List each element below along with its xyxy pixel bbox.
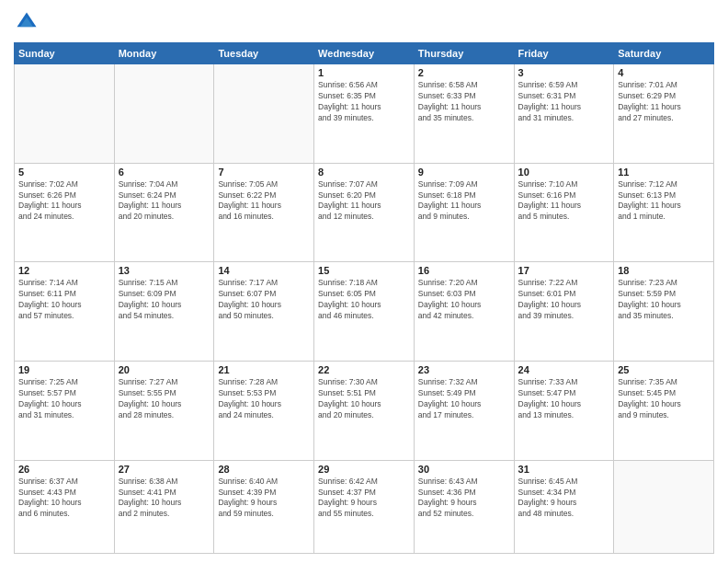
calendar-cell (15, 64, 115, 164)
calendar-cell: 5Sunrise: 7:02 AM Sunset: 6:26 PM Daylig… (15, 163, 115, 262)
day-info: Sunrise: 7:33 AM Sunset: 5:47 PM Dayligh… (518, 377, 610, 421)
day-number: 30 (418, 464, 510, 475)
day-info: Sunrise: 7:02 AM Sunset: 6:26 PM Dayligh… (18, 179, 110, 224)
day-info: Sunrise: 6:45 AM Sunset: 4:34 PM Dayligh… (518, 477, 610, 521)
day-number: 31 (518, 464, 610, 475)
calendar-cell: 9Sunrise: 7:09 AM Sunset: 6:18 PM Daylig… (414, 163, 514, 262)
calendar-cell: 12Sunrise: 7:14 AM Sunset: 6:11 PM Dayli… (15, 262, 115, 362)
day-number: 6 (119, 167, 210, 178)
calendar-cell: 3Sunrise: 6:59 AM Sunset: 6:31 PM Daylig… (514, 64, 614, 164)
day-info: Sunrise: 7:35 AM Sunset: 5:45 PM Dayligh… (618, 377, 710, 421)
day-number: 20 (119, 364, 210, 375)
day-number: 4 (618, 67, 710, 78)
day-info: Sunrise: 7:01 AM Sunset: 6:29 PM Dayligh… (618, 80, 710, 124)
calendar-week-1: 1Sunrise: 6:56 AM Sunset: 6:35 PM Daylig… (15, 64, 714, 164)
day-number: 29 (318, 464, 410, 475)
calendar-cell: 22Sunrise: 7:30 AM Sunset: 5:51 PM Dayli… (314, 361, 415, 460)
day-info: Sunrise: 7:22 AM Sunset: 6:01 PM Dayligh… (518, 278, 610, 322)
weekday-header-saturday: Saturday (614, 43, 714, 64)
calendar-cell: 7Sunrise: 7:05 AM Sunset: 6:22 PM Daylig… (214, 163, 314, 262)
day-info: Sunrise: 7:27 AM Sunset: 5:55 PM Dayligh… (119, 377, 210, 421)
day-number: 21 (218, 364, 310, 375)
weekday-header-tuesday: Tuesday (214, 43, 314, 64)
calendar-cell: 20Sunrise: 7:27 AM Sunset: 5:55 PM Dayli… (114, 361, 214, 460)
calendar-week-5: 26Sunrise: 6:37 AM Sunset: 4:43 PM Dayli… (15, 460, 714, 553)
day-info: Sunrise: 7:14 AM Sunset: 6:11 PM Dayligh… (18, 278, 110, 322)
day-info: Sunrise: 6:37 AM Sunset: 4:43 PM Dayligh… (18, 477, 110, 521)
day-info: Sunrise: 7:09 AM Sunset: 6:18 PM Dayligh… (418, 179, 510, 224)
day-info: Sunrise: 7:10 AM Sunset: 6:16 PM Dayligh… (518, 179, 610, 224)
calendar-cell: 18Sunrise: 7:23 AM Sunset: 5:59 PM Dayli… (614, 262, 714, 362)
day-number: 13 (119, 265, 210, 276)
day-info: Sunrise: 6:43 AM Sunset: 4:36 PM Dayligh… (418, 477, 510, 521)
calendar-cell: 25Sunrise: 7:35 AM Sunset: 5:45 PM Dayli… (614, 361, 714, 460)
day-number: 3 (518, 67, 610, 78)
day-number: 9 (418, 167, 510, 178)
day-info: Sunrise: 7:15 AM Sunset: 6:09 PM Dayligh… (119, 278, 210, 322)
calendar-cell: 27Sunrise: 6:38 AM Sunset: 4:41 PM Dayli… (114, 460, 214, 553)
calendar-cell: 14Sunrise: 7:17 AM Sunset: 6:07 PM Dayli… (214, 262, 314, 362)
weekday-header-wednesday: Wednesday (314, 43, 415, 64)
day-number: 1 (318, 67, 410, 78)
weekday-header-sunday: Sunday (15, 43, 115, 64)
day-number: 11 (618, 167, 710, 178)
calendar-week-4: 19Sunrise: 7:25 AM Sunset: 5:57 PM Dayli… (15, 361, 714, 460)
day-number: 14 (218, 265, 310, 276)
calendar-cell: 29Sunrise: 6:42 AM Sunset: 4:37 PM Dayli… (314, 460, 415, 553)
weekday-header-thursday: Thursday (414, 43, 514, 64)
calendar-week-3: 12Sunrise: 7:14 AM Sunset: 6:11 PM Dayli… (15, 262, 714, 362)
calendar-table: SundayMondayTuesdayWednesdayThursdayFrid… (14, 42, 714, 554)
day-number: 18 (618, 265, 710, 276)
day-info: Sunrise: 7:28 AM Sunset: 5:53 PM Dayligh… (218, 377, 310, 421)
calendar-cell (214, 64, 314, 164)
day-number: 2 (418, 67, 510, 78)
calendar-cell: 10Sunrise: 7:10 AM Sunset: 6:16 PM Dayli… (514, 163, 614, 262)
day-number: 17 (518, 265, 610, 276)
calendar-cell: 26Sunrise: 6:37 AM Sunset: 4:43 PM Dayli… (15, 460, 115, 553)
day-number: 23 (418, 364, 510, 375)
calendar-cell (614, 460, 714, 553)
day-number: 15 (318, 265, 410, 276)
day-info: Sunrise: 7:32 AM Sunset: 5:49 PM Dayligh… (418, 377, 510, 421)
calendar-cell: 11Sunrise: 7:12 AM Sunset: 6:13 PM Dayli… (614, 163, 714, 262)
day-info: Sunrise: 7:12 AM Sunset: 6:13 PM Dayligh… (618, 179, 710, 224)
day-number: 16 (418, 265, 510, 276)
calendar-week-2: 5Sunrise: 7:02 AM Sunset: 6:26 PM Daylig… (15, 163, 714, 262)
day-number: 19 (18, 364, 110, 375)
day-info: Sunrise: 6:38 AM Sunset: 4:41 PM Dayligh… (119, 477, 210, 521)
day-number: 27 (119, 464, 210, 475)
day-info: Sunrise: 7:07 AM Sunset: 6:20 PM Dayligh… (318, 179, 410, 224)
day-number: 22 (318, 364, 410, 375)
day-number: 8 (318, 167, 410, 178)
day-info: Sunrise: 7:17 AM Sunset: 6:07 PM Dayligh… (218, 278, 310, 322)
day-info: Sunrise: 7:20 AM Sunset: 6:03 PM Dayligh… (418, 278, 510, 322)
calendar-cell (114, 64, 214, 164)
day-number: 10 (518, 167, 610, 178)
logo-icon (14, 9, 40, 35)
page: SundayMondayTuesdayWednesdayThursdayFrid… (0, 0, 728, 563)
day-info: Sunrise: 7:05 AM Sunset: 6:22 PM Dayligh… (218, 179, 310, 224)
calendar-cell: 1Sunrise: 6:56 AM Sunset: 6:35 PM Daylig… (314, 64, 415, 164)
day-number: 28 (218, 464, 310, 475)
day-info: Sunrise: 7:25 AM Sunset: 5:57 PM Dayligh… (18, 377, 110, 421)
day-number: 25 (618, 364, 710, 375)
calendar-cell: 6Sunrise: 7:04 AM Sunset: 6:24 PM Daylig… (114, 163, 214, 262)
day-info: Sunrise: 7:18 AM Sunset: 6:05 PM Dayligh… (318, 278, 410, 322)
day-number: 26 (18, 464, 110, 475)
calendar-cell: 16Sunrise: 7:20 AM Sunset: 6:03 PM Dayli… (414, 262, 514, 362)
calendar-cell: 4Sunrise: 7:01 AM Sunset: 6:29 PM Daylig… (614, 64, 714, 164)
calendar-cell: 8Sunrise: 7:07 AM Sunset: 6:20 PM Daylig… (314, 163, 415, 262)
day-number: 7 (218, 167, 310, 178)
day-number: 24 (518, 364, 610, 375)
calendar-cell: 13Sunrise: 7:15 AM Sunset: 6:09 PM Dayli… (114, 262, 214, 362)
calendar-cell: 15Sunrise: 7:18 AM Sunset: 6:05 PM Dayli… (314, 262, 415, 362)
calendar-cell: 31Sunrise: 6:45 AM Sunset: 4:34 PM Dayli… (514, 460, 614, 553)
calendar-cell: 17Sunrise: 7:22 AM Sunset: 6:01 PM Dayli… (514, 262, 614, 362)
day-info: Sunrise: 7:23 AM Sunset: 5:59 PM Dayligh… (618, 278, 710, 322)
calendar-cell: 28Sunrise: 6:40 AM Sunset: 4:39 PM Dayli… (214, 460, 314, 553)
day-number: 12 (18, 265, 110, 276)
weekday-header-friday: Friday (514, 43, 614, 64)
weekday-header-monday: Monday (114, 43, 214, 64)
calendar-cell: 24Sunrise: 7:33 AM Sunset: 5:47 PM Dayli… (514, 361, 614, 460)
calendar-cell: 23Sunrise: 7:32 AM Sunset: 5:49 PM Dayli… (414, 361, 514, 460)
